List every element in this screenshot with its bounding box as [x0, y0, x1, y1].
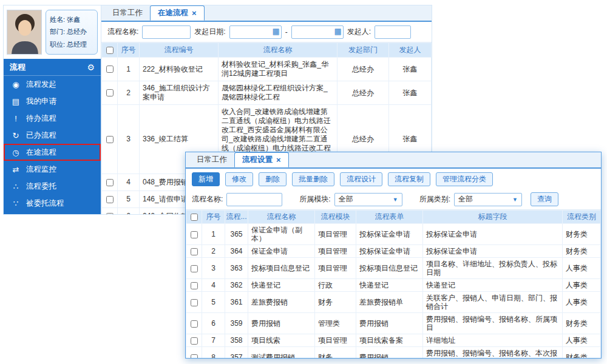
row-checkbox[interactable] — [106, 196, 114, 203]
row-checkbox[interactable] — [106, 213, 114, 214]
tab-label: 在途流程 — [158, 8, 188, 18]
modify-button[interactable]: 修改 — [225, 172, 253, 186]
sidebar-item-process-launch[interactable]: ◉流程发起 — [4, 76, 101, 93]
close-icon[interactable]: × — [192, 9, 197, 17]
cell: 晟铭园林绿化工程组织设计方案_晟铭园林绿化工程 — [219, 81, 337, 105]
sidebar-item-in-transit-processes[interactable]: ◷在途流程 — [4, 144, 101, 161]
sidebar-item-my-applications[interactable]: ▤我的申请 — [4, 93, 101, 110]
header-checkbox-cell — [186, 211, 202, 224]
sidebar-item-todo-processes[interactable]: !待办流程 — [4, 110, 101, 127]
row-checkbox[interactable] — [106, 66, 114, 73]
tab-process-settings[interactable]: 流程设置× — [234, 152, 289, 167]
tab-daily-work[interactable]: 日常工作 — [105, 5, 150, 21]
initiator-input[interactable] — [375, 25, 411, 39]
cell: 项目管理 — [315, 245, 356, 258]
left-panel: 姓名: 张鑫 部门: 总经办 职位: 总经理 流程 ⚙ ◉流程发起▤我的申请!待… — [4, 5, 101, 214]
column-header[interactable]: 发起部门 — [337, 43, 389, 58]
column-header[interactable]: 流程表单 — [356, 211, 423, 224]
row-checkbox[interactable] — [106, 179, 114, 186]
cell: 项目名称、详细地址、投标负责人、投标日期 — [423, 258, 563, 279]
cell: 差旅费报销 — [248, 292, 315, 313]
module-select[interactable]: 全部 ▼ — [334, 193, 402, 206]
table-row[interactable]: 3363投标项目信息登记项目管理投标项目信息登记项目名称、详细地址、投标负责人、… — [186, 258, 601, 279]
process-name-label: 流程名称: — [192, 194, 223, 204]
gear-icon[interactable]: ⚙ — [87, 62, 95, 72]
tab-in-transit-process[interactable]: 在途流程× — [150, 5, 205, 21]
checkbox-cell — [186, 279, 202, 292]
cell: 2 — [202, 245, 225, 258]
column-header[interactable]: 发起人 — [389, 43, 432, 58]
row-checkbox[interactable] — [191, 299, 198, 306]
process-name-input[interactable] — [142, 25, 191, 39]
search-button[interactable]: 查询 — [531, 192, 558, 206]
checkbox-cell — [102, 191, 118, 208]
select-all-checkbox[interactable] — [106, 47, 114, 54]
delete-button[interactable]: 删除 — [259, 172, 287, 186]
add-button[interactable]: 新增 — [192, 172, 220, 186]
column-header[interactable]: 标题字段 — [423, 211, 563, 224]
cell: 详细地址 — [423, 334, 563, 347]
table-row[interactable]: 5361差旅费报销财务差旅费报销单关联客户、报销人、申请日期、部门、报销合计人事… — [186, 292, 601, 313]
process-design-button[interactable]: 流程设计 — [340, 172, 382, 186]
category-select[interactable]: 全部 ▼ — [454, 193, 522, 206]
manage-categories-button[interactable]: 管理流程分类 — [436, 172, 493, 186]
column-header[interactable]: 序号 — [118, 43, 140, 58]
table-row[interactable]: 1365保证金申请（副本）项目管理投标保证金申请投标保证金申请财务类 — [186, 224, 601, 245]
table-row[interactable]: 8357测试费用报销财务费用报销费用报销、报销编号、报销名称、本次报销金额财务类 — [186, 347, 601, 359]
row-checkbox[interactable] — [191, 320, 198, 328]
close-icon[interactable]: × — [276, 156, 281, 164]
cell: 投标保证金申请 — [423, 224, 563, 245]
process-copy-button[interactable]: 流程复制 — [388, 172, 430, 186]
batch-delete-button[interactable]: 批量删除 — [292, 172, 334, 186]
cell: 关联客户、报销人、申请日期、部门、报销合计 — [423, 292, 563, 313]
table-row[interactable]: 7358项目线索项目管理项目线索备案详细地址人事类 — [186, 334, 601, 347]
sidebar-item-done-processes[interactable]: ↻已办流程 — [4, 127, 101, 144]
table-row[interactable]: 2346_施工组织设计方案申请晟铭园林绿化工程组织设计方案_晟铭园林绿化工程总经… — [102, 81, 432, 105]
row-checkbox[interactable] — [106, 136, 114, 143]
module-label: 所属模块: — [299, 194, 330, 204]
tab-daily-work[interactable]: 日常工作 — [189, 152, 234, 167]
row-checkbox[interactable] — [106, 89, 114, 96]
sidebar-item-process-monitor[interactable]: ⇄流程监控 — [4, 161, 101, 178]
row-checkbox[interactable] — [191, 265, 198, 272]
column-header[interactable]: 流程类别 — [563, 211, 601, 224]
user-info: 姓名: 张鑫 部门: 总经办 职位: 总经理 — [46, 10, 98, 55]
refresh-icon: ↻ — [11, 131, 21, 140]
table-row[interactable]: 4362快递登记行政快递登记快递登记人事类 — [186, 279, 601, 292]
column-header[interactable]: 序号 — [202, 211, 225, 224]
calendar-icon[interactable]: ▦ — [272, 27, 279, 35]
cell: 1 — [202, 224, 225, 245]
org-chart-icon: ∵ — [11, 199, 21, 208]
cell: 357 — [225, 347, 248, 359]
calendar-icon[interactable]: ▦ — [334, 27, 341, 35]
column-header[interactable]: 流程... — [225, 211, 248, 224]
column-header[interactable]: 流程模块 — [315, 211, 356, 224]
cell: 7 — [202, 334, 225, 347]
sidebar-item-label: 流程发起 — [26, 79, 56, 90]
sidebar-item-process-delegate[interactable]: ∴流程委托 — [4, 178, 101, 195]
row-checkbox[interactable] — [191, 354, 198, 358]
row-checkbox[interactable] — [191, 282, 198, 289]
column-header[interactable]: 流程名称 — [219, 43, 337, 58]
avatar — [7, 10, 42, 55]
table-row[interactable]: 6359费用报销管理类费用报销费用报销、报销编号、报销名称、所属项目财务类 — [186, 313, 601, 334]
table-row[interactable]: 2364保证金申请项目管理投标保证金申请投标保证金申请财务类 — [186, 245, 601, 258]
cell: 人事类 — [563, 258, 601, 279]
table-row[interactable]: 1222_材料验收登记材料验收登记_材料采购_张鑫_华润12城房建工程项目总经办… — [102, 58, 432, 81]
sidebar-item-label: 已办流程 — [26, 130, 56, 141]
cell: 358 — [225, 334, 248, 347]
column-header[interactable]: 流程编号 — [140, 43, 219, 58]
row-checkbox[interactable] — [191, 231, 198, 238]
process-settings-table: 序号流程...流程名称流程模块流程表单标题字段流程类别1365保证金申请（副本）… — [186, 210, 601, 358]
cell: 人事类 — [563, 334, 601, 347]
select-all-checkbox[interactable] — [191, 214, 198, 221]
sidebar-item-delegated-processes[interactable]: ∵被委托流程 — [4, 195, 101, 212]
row-checkbox[interactable] — [191, 337, 198, 345]
cell: 行政 — [315, 279, 356, 292]
cell: 财务 — [315, 292, 356, 313]
header-checkbox-cell — [102, 43, 118, 58]
cell: 6 — [118, 208, 140, 215]
settings-name-input[interactable] — [226, 193, 282, 206]
column-header[interactable]: 流程名称 — [248, 211, 315, 224]
row-checkbox[interactable] — [191, 248, 198, 255]
